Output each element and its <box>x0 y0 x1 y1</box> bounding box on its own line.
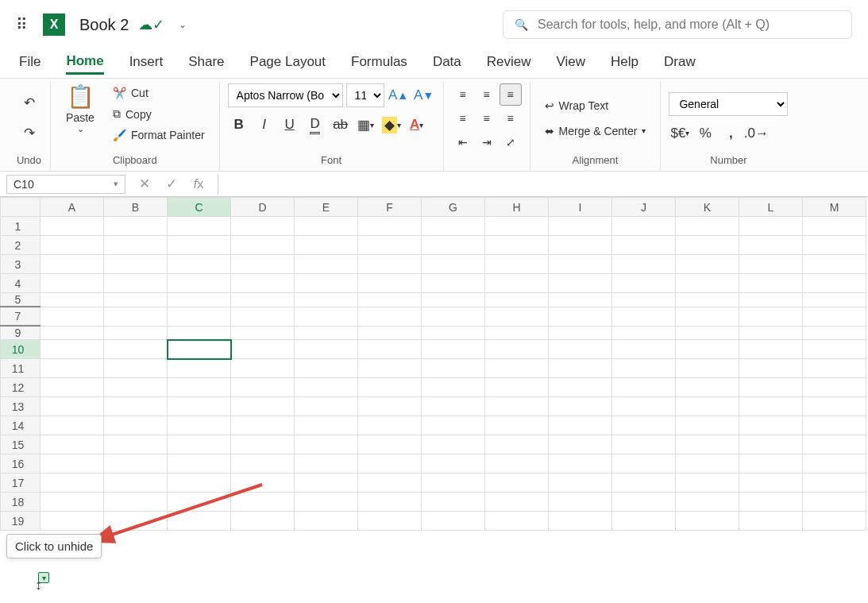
row-header-14[interactable]: 14 <box>1 416 41 435</box>
cell-K10[interactable] <box>676 340 739 359</box>
row-header-15[interactable]: 15 <box>1 435 41 454</box>
cell-D15[interactable] <box>231 435 295 454</box>
align-middle-button[interactable]: ≡ <box>476 83 498 106</box>
cell-J17[interactable] <box>612 474 676 493</box>
cell-H15[interactable] <box>485 435 549 454</box>
cell-L16[interactable] <box>739 454 803 474</box>
cell-L4[interactable] <box>739 274 803 293</box>
cell-J2[interactable] <box>612 236 676 255</box>
cell-M5[interactable] <box>803 293 866 307</box>
cell-A13[interactable] <box>41 397 104 416</box>
grow-font-button[interactable]: A▲ <box>388 84 410 106</box>
row-header-19[interactable]: 19 <box>1 512 41 531</box>
cell-M7[interactable] <box>803 307 866 326</box>
cell-B17[interactable] <box>104 474 168 493</box>
col-header-G[interactable]: G <box>422 198 485 217</box>
cell-G17[interactable] <box>422 474 485 493</box>
cell-M11[interactable] <box>803 359 866 378</box>
cell-M2[interactable] <box>803 236 866 255</box>
cell-E18[interactable] <box>295 493 358 512</box>
cell-G18[interactable] <box>422 493 485 512</box>
cell-E13[interactable] <box>295 397 358 416</box>
cell-D18[interactable] <box>231 493 295 512</box>
cell-M4[interactable] <box>803 274 866 293</box>
percent-button[interactable]: % <box>694 122 716 145</box>
cell-H10[interactable] <box>485 340 549 359</box>
cell-K2[interactable] <box>676 236 739 255</box>
paste-button[interactable]: 📋 Paste ⌄ <box>59 83 102 134</box>
align-center-button[interactable]: ≡ <box>476 107 498 129</box>
cell-E9[interactable] <box>295 326 358 340</box>
cell-E12[interactable] <box>295 378 358 397</box>
cell-H12[interactable] <box>485 378 549 397</box>
cell-L10[interactable] <box>739 340 803 359</box>
app-launcher-icon[interactable]: ⠿ <box>16 15 29 34</box>
cell-J12[interactable] <box>612 378 676 397</box>
cell-F12[interactable] <box>358 378 422 397</box>
select-all-corner[interactable] <box>1 198 41 217</box>
search-input[interactable] <box>538 17 840 32</box>
cell-F17[interactable] <box>358 474 422 493</box>
cell-I1[interactable] <box>549 217 612 236</box>
cell-F2[interactable] <box>358 236 422 255</box>
spreadsheet-grid[interactable]: A B C D E F G H I J K L M 12345791011121… <box>0 197 866 531</box>
cell-J11[interactable] <box>612 359 676 378</box>
col-header-J[interactable]: J <box>612 198 676 217</box>
cell-E4[interactable] <box>295 274 358 293</box>
cell-A19[interactable] <box>41 512 104 531</box>
cell-G7[interactable] <box>422 307 485 326</box>
cell-F4[interactable] <box>358 274 422 293</box>
cell-J3[interactable] <box>612 255 676 274</box>
formula-input[interactable] <box>218 174 868 195</box>
cell-B12[interactable] <box>104 378 168 397</box>
row-header-4[interactable]: 4 <box>1 274 41 293</box>
insert-function-button[interactable]: fx <box>187 173 210 195</box>
cell-G16[interactable] <box>422 454 485 474</box>
col-header-H[interactable]: H <box>485 198 549 217</box>
cell-H19[interactable] <box>485 512 549 531</box>
cell-B11[interactable] <box>104 359 168 378</box>
cell-L1[interactable] <box>739 217 803 236</box>
cell-A12[interactable] <box>41 378 104 397</box>
cell-I16[interactable] <box>549 454 612 474</box>
cell-E2[interactable] <box>295 236 358 255</box>
align-right-button[interactable]: ≡ <box>500 107 522 129</box>
tab-share[interactable]: Share <box>188 54 224 73</box>
currency-button[interactable]: $€▾ <box>669 122 691 145</box>
cell-C2[interactable] <box>168 236 231 255</box>
cell-C15[interactable] <box>168 435 231 454</box>
cell-G2[interactable] <box>422 236 485 255</box>
tab-data[interactable]: Data <box>433 54 461 73</box>
cell-I17[interactable] <box>549 474 612 493</box>
cell-E1[interactable] <box>295 217 358 236</box>
cell-L15[interactable] <box>739 435 803 454</box>
cell-E14[interactable] <box>295 416 358 435</box>
cell-A15[interactable] <box>41 435 104 454</box>
cell-D16[interactable] <box>231 454 295 474</box>
tab-draw[interactable]: Draw <box>664 54 696 73</box>
cell-G19[interactable] <box>422 512 485 531</box>
cell-G13[interactable] <box>422 397 485 416</box>
cell-D3[interactable] <box>231 255 295 274</box>
cell-C13[interactable] <box>168 397 231 416</box>
cell-K1[interactable] <box>676 217 739 236</box>
cell-F11[interactable] <box>358 359 422 378</box>
cell-K5[interactable] <box>676 293 739 307</box>
cell-E15[interactable] <box>295 435 358 454</box>
cut-button[interactable]: ✂️Cut <box>106 83 211 102</box>
cell-M15[interactable] <box>803 435 866 454</box>
col-header-A[interactable]: A <box>41 198 104 217</box>
cell-C12[interactable] <box>168 378 231 397</box>
comma-button[interactable]: , <box>719 122 742 145</box>
cell-B19[interactable] <box>104 512 168 531</box>
cell-H7[interactable] <box>485 307 549 326</box>
col-header-F[interactable]: F <box>358 198 422 217</box>
cell-A14[interactable] <box>41 416 104 435</box>
cell-D14[interactable] <box>231 416 295 435</box>
cell-C9[interactable] <box>168 326 231 340</box>
cell-C7[interactable] <box>168 307 231 326</box>
underline-button[interactable]: U <box>279 114 301 136</box>
orientation-button[interactable]: ⤢ <box>500 131 522 153</box>
cell-M16[interactable] <box>803 454 866 474</box>
cell-L18[interactable] <box>739 493 803 512</box>
